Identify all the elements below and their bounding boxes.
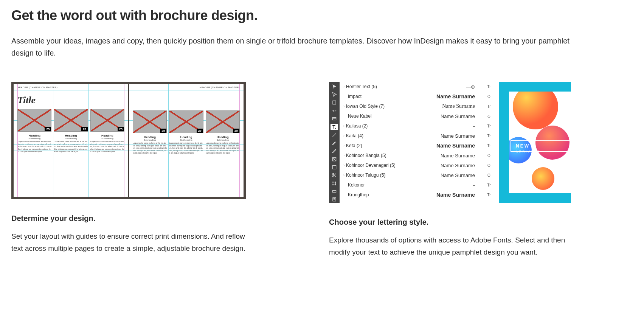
brochure-left-page: HEADER (CHANGE ON MASTER) Title 252525 H… — [14, 84, 128, 197]
content-collector-icon[interactable] — [331, 115, 338, 122]
gradient-blob-icon — [532, 167, 554, 190]
gradient-swatch-tool-icon[interactable] — [331, 188, 338, 194]
font-name: Impact — [343, 94, 362, 99]
selection-tool-icon[interactable] — [331, 83, 338, 90]
image-placeholder: 25 — [17, 109, 51, 132]
note-tool-icon[interactable] — [331, 196, 338, 203]
page-intro: Assemble your ideas, images and copy, th… — [11, 35, 579, 59]
svg-point-8 — [335, 182, 336, 182]
chevron-right-icon: › — [343, 154, 345, 157]
preview-sublabel: ARRIVALS — [516, 150, 540, 153]
column-heading: Heading — [169, 135, 203, 139]
gradient-blob-icon — [513, 92, 558, 129]
svg-rect-0 — [333, 101, 336, 104]
font-sample: Name Surname — [441, 153, 475, 159]
brochure-right-page: HEADER (CHANGE ON MASTER) 252525 Heading… — [128, 84, 244, 197]
font-type-icon: O — [486, 173, 492, 177]
chevron-right-icon: › — [343, 124, 345, 128]
column-subheading: Subheading — [169, 139, 203, 141]
font-row[interactable]: ›Kohinoor Bangla (5)Name SurnameO — [340, 151, 499, 160]
font-row[interactable]: ›Hoefler Text (5)—⊕Tr — [340, 82, 499, 92]
image-placeholder: 25 — [90, 109, 124, 132]
column-subheading: Subheading — [17, 137, 51, 140]
font-sample: Name Surname — [436, 192, 475, 198]
right-section-body: Explore thousands of options with access… — [329, 234, 571, 259]
placeholder-number: 25 — [160, 129, 166, 133]
svg-rect-11 — [332, 191, 336, 193]
font-sample: Name Surname — [439, 202, 475, 203]
page-tool-icon[interactable] — [331, 99, 338, 106]
font-row[interactable]: ›Kohinoor Telugu (5)Name SurnameO — [340, 170, 499, 180]
chevron-right-icon: › — [343, 173, 345, 177]
font-name: ›Kohinoor Devanagari (5) — [343, 163, 396, 168]
brochure-preview: NEW ARRIVALS — [499, 82, 571, 203]
font-row[interactable]: ›Kohinoor Devanagari (5)Name SurnameO — [340, 160, 499, 170]
column-subheading: Subheading — [54, 137, 88, 140]
svg-rect-6 — [333, 182, 336, 185]
brochure-text-column: HeadingSubheadingLoquemodis come molume … — [54, 134, 88, 153]
font-type-icon: Tr — [486, 183, 492, 187]
font-row[interactable]: KrungthepName SurnameTr — [340, 190, 499, 200]
brochure-text-column: HeadingSubheadingLoquemodis come molume … — [90, 134, 124, 153]
font-name: ›Letter Gothic Std (4) — [343, 202, 387, 203]
font-panel-mock: T. ›Hoefler Text (5)—⊕TrImpactName Surna… — [329, 82, 571, 203]
font-sample: Name Surname — [441, 163, 475, 168]
font-row[interactable]: ›Iowan Old Style (7)Name SurnameTr — [340, 101, 499, 111]
placeholder-number: 25 — [118, 127, 124, 131]
rectangle-tool-icon[interactable] — [331, 164, 338, 170]
scissors-tool-icon[interactable] — [331, 172, 338, 179]
image-placeholder: 25 — [206, 110, 240, 133]
font-row[interactable]: ›Letter Gothic Std (4)Name SurnameO — [340, 200, 499, 203]
line-tool-icon[interactable] — [331, 132, 338, 138]
indesign-toolbar: T. — [329, 82, 340, 203]
page-heading: Get the word out with brochure design. — [11, 8, 633, 23]
font-sample: —⊕ — [466, 84, 475, 90]
font-name: Kokonor — [343, 182, 365, 188]
font-sample: Name Surname — [441, 133, 475, 139]
font-type-icon: O — [486, 95, 492, 99]
image-placeholder: 25 — [169, 110, 203, 133]
column-heading: Heading — [133, 135, 167, 139]
font-name: ›Karla (4) — [343, 133, 363, 138]
font-row[interactable]: Kokonor–Tr — [340, 180, 499, 190]
chevron-right-icon: › — [343, 85, 345, 89]
font-row[interactable]: Neue KabelName Surname◇ — [340, 111, 499, 121]
font-name: ›Kohinoor Bangla (5) — [343, 153, 386, 158]
gap-tool-icon[interactable] — [331, 107, 338, 114]
brochure-text-column: HeadingSubheadingLoquemodis come molume … — [17, 134, 51, 153]
direct-selection-tool-icon[interactable] — [331, 91, 338, 98]
placeholder-number: 25 — [233, 129, 239, 133]
pencil-tool-icon[interactable] — [331, 148, 338, 154]
rectangle-frame-tool-icon[interactable] — [331, 156, 338, 162]
brochure-mock: HEADER (CHANGE ON MASTER) Title 252525 H… — [11, 82, 246, 199]
column-body: Loquemodis come molume an la nis aio eis… — [206, 142, 240, 154]
type-tool-icon[interactable]: T. — [331, 124, 338, 130]
font-row[interactable]: ImpactName SurnameO — [340, 92, 499, 101]
chevron-right-icon: › — [343, 144, 345, 148]
font-type-icon: Tr — [486, 124, 492, 128]
font-sample: Name Surname — [442, 103, 475, 109]
column-heading: Heading — [54, 134, 88, 137]
pen-tool-icon[interactable] — [331, 140, 338, 146]
font-row[interactable]: ›Karla (4)Name SurnameTr — [340, 131, 499, 141]
left-section-body: Set your layout with guides to ensure co… — [11, 230, 253, 255]
left-column: HEADER (CHANGE ON MASTER) Title 252525 H… — [11, 82, 253, 259]
font-sample: Name Surname — [441, 172, 475, 178]
font-row[interactable]: ›Kailasa (2)–Tr — [340, 121, 499, 131]
column-subheading: Subheading — [90, 137, 124, 140]
font-sample: Name Surname — [436, 143, 475, 149]
font-type-icon: Tr — [486, 85, 492, 89]
chevron-right-icon: › — [343, 134, 345, 138]
font-list: ›Hoefler Text (5)—⊕TrImpactName SurnameO… — [340, 82, 499, 203]
free-transform-tool-icon[interactable] — [331, 180, 338, 186]
chevron-right-icon: › — [343, 163, 345, 167]
font-name: ›Hoefler Text (5) — [343, 84, 377, 89]
placeholder-number: 25 — [81, 127, 88, 131]
font-type-icon: O — [486, 154, 492, 158]
column-subheading: Subheading — [133, 139, 167, 141]
column-heading: Heading — [17, 134, 51, 137]
font-row[interactable]: ›Kefa (2)Name SurnameTr — [340, 141, 499, 151]
right-column: T. ›Hoefler Text (5)—⊕TrImpactName Surna… — [329, 82, 571, 259]
column-subheading: Subheading — [206, 139, 240, 141]
svg-point-10 — [335, 184, 336, 185]
